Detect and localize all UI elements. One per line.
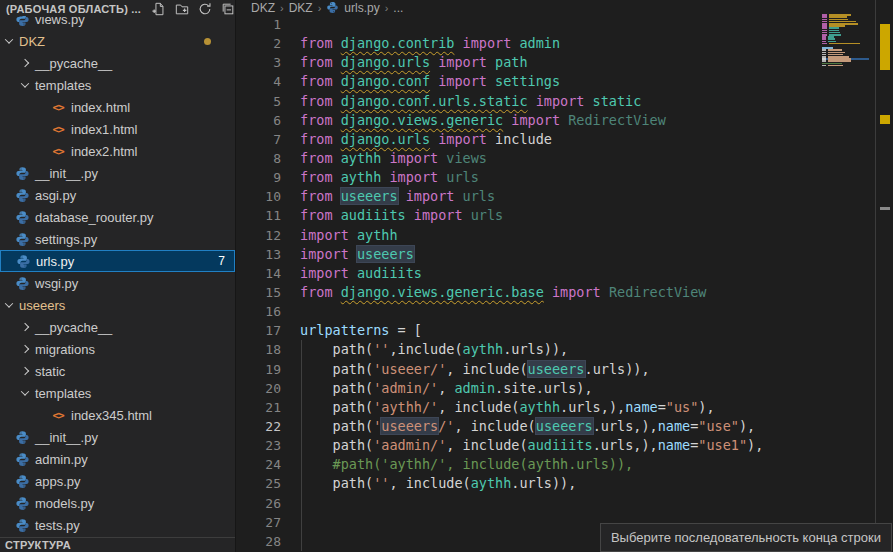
code-token: from xyxy=(300,169,341,185)
code-line[interactable]: 3from django.urls import path xyxy=(237,53,875,72)
tree-file-asgi-py[interactable]: asgi.py xyxy=(0,184,235,206)
python-file-icon xyxy=(14,276,30,291)
code-token: 'aythh/' xyxy=(373,399,438,415)
code-text xyxy=(281,15,300,34)
breadcrumb-item[interactable]: ... xyxy=(393,1,403,15)
tree-folder-migrations[interactable]: migrations xyxy=(0,338,235,360)
code-line[interactable]: 20 path('admin/', admin.site.urls), xyxy=(237,379,875,398)
breadcrumb-item[interactable]: DKZ xyxy=(289,1,313,15)
python-file-icon xyxy=(14,518,30,533)
breadcrumb: DKZ›DKZ›urls.py›... xyxy=(237,0,893,15)
python-file-icon xyxy=(14,496,30,511)
new-file-icon[interactable] xyxy=(152,2,166,16)
line-number: 23 xyxy=(237,436,281,455)
tree-folder-static[interactable]: static xyxy=(0,360,235,382)
tree-file-index-html[interactable]: <>index.html xyxy=(0,96,235,118)
code-line[interactable]: 9from aythh import urls xyxy=(237,168,875,187)
breadcrumb-separator-icon: › xyxy=(318,2,322,14)
tree-file-models-py[interactable]: models.py xyxy=(0,492,235,514)
line-number: 25 xyxy=(237,474,281,493)
outline-section-header[interactable]: СТРУКТУРА xyxy=(0,537,236,552)
code-line[interactable]: 18 path('',include(aythh.urls)), xyxy=(237,340,875,359)
tree-file-wsgi-py[interactable]: wsgi.py xyxy=(0,272,235,294)
code-line[interactable]: 25 path('', include(aythh.urls)), xyxy=(237,474,875,493)
code-token: from xyxy=(300,54,341,70)
code-line[interactable]: 5from django.conf.urls.static import sta… xyxy=(237,92,875,111)
python-icon xyxy=(15,188,30,203)
refresh-icon[interactable] xyxy=(198,2,212,16)
tree-file-admin-py[interactable]: admin.py xyxy=(0,448,235,470)
code-token: useeers xyxy=(357,246,414,262)
code-line[interactable]: 21 path('aythh/', include(aythh.urls,),n… xyxy=(237,398,875,417)
tree-file--init-py[interactable]: __init__.py xyxy=(0,426,235,448)
code-line[interactable]: 2from django.contrib import admin xyxy=(237,34,875,53)
tree-folder-templates[interactable]: templates xyxy=(0,74,235,96)
tree-file--init-py[interactable]: __init__.py xyxy=(0,162,235,184)
code-token: import xyxy=(430,131,495,147)
tree-folder--pycache-[interactable]: __pycache__ xyxy=(0,316,235,338)
tree-file-index2-html[interactable]: <>index2.html xyxy=(0,140,235,162)
tree-folder-dkz[interactable]: DKZ xyxy=(0,30,235,52)
ruler-warning-mark xyxy=(880,207,890,210)
code-line[interactable]: 22 path('useeers/', include(useeers.urls… xyxy=(237,417,875,436)
code-line[interactable]: 10from useeers import urls xyxy=(237,187,875,206)
code-text: from aythh import views xyxy=(281,149,487,168)
code-area[interactable]: 12from django.contrib import admin3from … xyxy=(237,15,875,552)
code-line[interactable]: 24 #path('aythh/', include(aythh.urls)), xyxy=(237,455,875,474)
tree-file-urls-py[interactable]: urls.py7 xyxy=(0,250,235,272)
code-line[interactable]: 11from audiiits import urls xyxy=(237,206,875,225)
tree-file-tests-py[interactable]: tests.py xyxy=(0,514,235,536)
code-text: from useeers import urls xyxy=(281,187,495,206)
tree-item-label: __pycache__ xyxy=(35,320,112,335)
code-text: from aythh import urls xyxy=(281,168,479,187)
tree-file-index1-html[interactable]: <>index1.html xyxy=(0,118,235,140)
code-token: .urls,), xyxy=(560,399,625,415)
new-folder-icon[interactable] xyxy=(175,2,189,16)
ruler-warning-mark xyxy=(880,115,890,124)
code-line[interactable]: 4from django.conf import settings xyxy=(237,72,875,91)
code-line[interactable]: 8from aythh import views xyxy=(237,149,875,168)
html-file-icon: <> xyxy=(50,101,66,114)
code-text: from django.views.generic import Redirec… xyxy=(281,111,666,130)
html-icon: <> xyxy=(52,101,63,114)
code-token: import xyxy=(406,207,471,223)
code-token: import xyxy=(300,227,357,243)
code-line[interactable]: 7from django.urls import include xyxy=(237,130,875,149)
code-token: include xyxy=(495,131,552,147)
code-text: from django.conf.urls.static import stat… xyxy=(281,92,641,111)
code-line[interactable]: 16 xyxy=(237,302,875,321)
code-line[interactable]: 13import useeers xyxy=(237,245,875,264)
code-line[interactable]: 12import aythh xyxy=(237,226,875,245)
breadcrumb-item[interactable]: urls.py xyxy=(344,1,379,15)
code-token: from xyxy=(300,207,341,223)
breadcrumb-item[interactable]: DKZ xyxy=(251,1,275,15)
code-line[interactable]: 6from django.views.generic import Redire… xyxy=(237,111,875,130)
code-token: useeers xyxy=(536,418,593,434)
code-line[interactable]: 14import audiiits xyxy=(237,264,875,283)
line-number: 12 xyxy=(237,226,281,245)
tree-file-apps-py[interactable]: apps.py xyxy=(0,470,235,492)
minimap[interactable] xyxy=(822,12,869,82)
code-token: , include( xyxy=(446,437,527,453)
code-line[interactable]: 1 xyxy=(237,15,875,34)
code-line[interactable]: 23 path('aadmin/', include(audiiits.urls… xyxy=(237,436,875,455)
collapse-all-icon[interactable] xyxy=(221,2,235,16)
tree-file-index345-html[interactable]: <>index345.html xyxy=(0,404,235,426)
code-token: .urls)), xyxy=(503,341,568,357)
overview-ruler[interactable] xyxy=(875,0,893,552)
tree-folder-templates[interactable]: templates xyxy=(0,382,235,404)
code-token: aythh xyxy=(341,169,382,185)
code-line[interactable]: 19 path('useeer/', include(useeers.urls)… xyxy=(237,360,875,379)
python-file-icon xyxy=(14,166,30,181)
code-token: import xyxy=(503,112,568,128)
code-line[interactable]: 26 xyxy=(237,494,875,513)
explorer-section-header[interactable]: (РАБОЧАЯ ОБЛАСТЬ) ... xyxy=(0,0,235,16)
tree-folder--pycache-[interactable]: __pycache__ xyxy=(0,52,235,74)
code-line[interactable]: 15from django.views.generic.base import … xyxy=(237,283,875,302)
code-line[interactable]: 17urlpatterns = [ xyxy=(237,321,875,340)
tree-file-database-roouter-py[interactable]: database_roouter.py xyxy=(0,206,235,228)
code-token: path( xyxy=(300,380,373,396)
tree-folder-useeers[interactable]: useeers xyxy=(0,294,235,316)
explorer-actions xyxy=(152,2,235,16)
tree-file-settings-py[interactable]: settings.py xyxy=(0,228,235,250)
